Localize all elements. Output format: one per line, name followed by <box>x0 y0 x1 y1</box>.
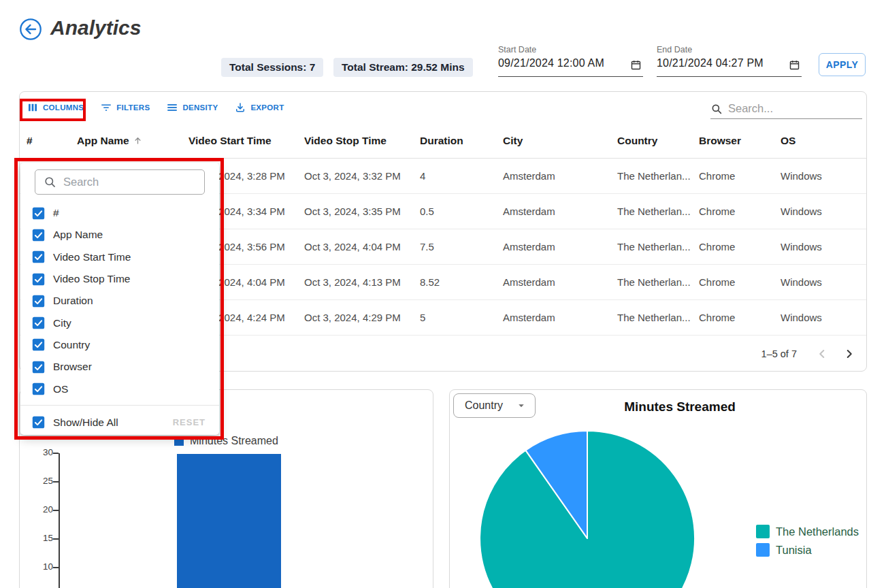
column-header-video-stop[interactable]: Video Stop Time <box>304 135 420 147</box>
column-toggle-duration[interactable]: Duration <box>20 290 219 312</box>
checkbox-checked-icon <box>32 295 45 308</box>
export-download-icon <box>234 101 246 114</box>
columns-menu-panel: Search # App Name Video Start Time Video… <box>20 163 219 435</box>
column-header-country[interactable]: Country <box>617 135 699 147</box>
columns-checkbox-list: # App Name Video Start Time Video Stop T… <box>20 202 219 400</box>
columns-menu-footer: Show/Hide All RESET <box>20 410 219 435</box>
analytics-page: Analytics Total Sessions: 7 Total Stream… <box>0 0 886 588</box>
search-icon <box>44 176 56 189</box>
search-icon <box>710 103 723 115</box>
apply-button[interactable]: APPLY <box>819 53 866 76</box>
show-hide-all-label[interactable]: Show/Hide All <box>53 416 118 429</box>
end-date-value[interactable]: 10/21/2024 04:27 PM <box>657 57 802 69</box>
back-button[interactable] <box>19 18 42 41</box>
column-toggle-city[interactable]: City <box>20 312 219 333</box>
column-header-num[interactable]: # <box>27 135 77 147</box>
columns-button[interactable]: COLUMNS <box>27 101 84 114</box>
legend-label: Tunisia <box>776 544 812 557</box>
export-button[interactable]: EXPORT <box>234 101 284 114</box>
page-title: Analytics <box>50 16 141 39</box>
checkbox-checked-icon <box>32 316 45 329</box>
y-axis-label: 15 <box>33 533 53 543</box>
sort-asc-icon <box>133 135 143 146</box>
legend-label: Minutes Streamed <box>190 435 278 447</box>
start-date-value[interactable]: 09/21/2024 12:00 AM <box>498 57 643 69</box>
table-toolbar: COLUMNS FILTERS DENSITY EXPORT <box>20 92 284 123</box>
checkbox-checked-icon <box>32 250 45 263</box>
density-icon <box>166 101 178 114</box>
start-date-label: Start Date <box>498 45 643 54</box>
column-toggle-num[interactable]: # <box>20 202 219 224</box>
y-axis-label: 10 <box>33 561 53 572</box>
end-date-label: End Date <box>657 45 802 54</box>
column-toggle-video-start[interactable]: Video Start Time <box>20 246 219 268</box>
column-toggle-video-stop[interactable]: Video Stop Time <box>20 268 219 290</box>
start-date-field[interactable]: Start Date 09/21/2024 12:00 AM <box>498 45 643 77</box>
calendar-icon[interactable] <box>630 59 642 71</box>
bar-minutes-streamed <box>177 454 281 588</box>
next-page-icon[interactable] <box>842 346 857 361</box>
column-toggle-os[interactable]: OS <box>20 378 219 399</box>
column-toggle-app-name[interactable]: App Name <box>20 224 219 246</box>
checkbox-checked-icon <box>32 338 45 351</box>
checkbox-checked-icon <box>32 207 45 220</box>
pie-chart-card: Country Minutes Streamed The Netherlands… <box>449 389 867 588</box>
y-axis-label: 30 <box>33 447 53 457</box>
legend-swatch-minutes-streamed <box>174 436 184 446</box>
previous-page-icon[interactable] <box>815 346 830 361</box>
column-header-video-start[interactable]: Video Start Time <box>188 135 304 147</box>
filters-button[interactable]: FILTERS <box>100 101 150 114</box>
total-stream-badge: Total Stream: 29.52 Mins <box>333 58 473 77</box>
checkbox-checked-icon <box>32 361 45 374</box>
end-date-field[interactable]: End Date 10/21/2024 04:27 PM <box>657 45 802 77</box>
y-axis-label: 25 <box>33 476 53 486</box>
total-sessions-badge: Total Sessions: 7 <box>221 58 323 77</box>
columns-icon <box>27 101 39 114</box>
column-header-duration[interactable]: Duration <box>420 135 503 147</box>
column-toggle-country[interactable]: Country <box>20 334 219 356</box>
legend-swatch-tunisia <box>756 543 770 557</box>
legend-swatch-netherlands <box>756 525 770 538</box>
legend-label: The Netherlands <box>776 525 859 538</box>
calendar-icon[interactable] <box>789 59 800 71</box>
column-header-browser[interactable]: Browser <box>699 135 781 147</box>
table-search-input[interactable]: Search... <box>710 99 862 119</box>
density-button[interactable]: DENSITY <box>166 101 218 114</box>
search-placeholder: Search... <box>728 102 773 115</box>
column-header-os[interactable]: OS <box>781 135 866 147</box>
filter-icon <box>100 101 112 114</box>
y-axis <box>59 453 60 588</box>
table-header-row: # App Name Video Start Time Video Stop T… <box>20 123 866 159</box>
y-axis-label: 20 <box>33 504 53 514</box>
columns-search-input[interactable]: Search <box>35 169 205 195</box>
pie-chart <box>480 431 695 588</box>
divider <box>20 405 219 406</box>
checkbox-checked-icon <box>32 229 45 242</box>
back-arrow-icon <box>19 18 42 41</box>
column-header-city[interactable]: City <box>503 135 617 147</box>
checkbox-checked-icon[interactable] <box>32 416 45 429</box>
checkbox-checked-icon <box>32 273 45 286</box>
reset-button[interactable]: RESET <box>173 417 206 427</box>
column-header-app-name[interactable]: App Name <box>77 135 188 147</box>
pie-chart-title: Minutes Streamed <box>493 399 866 414</box>
column-toggle-browser[interactable]: Browser <box>20 356 219 378</box>
bar-chart-legend: Minutes Streamed <box>174 435 278 447</box>
pie-chart-legend: The Netherlands Tunisia <box>756 525 859 557</box>
checkbox-checked-icon <box>32 382 45 395</box>
pagination-range: 1–5 of 7 <box>761 348 797 359</box>
